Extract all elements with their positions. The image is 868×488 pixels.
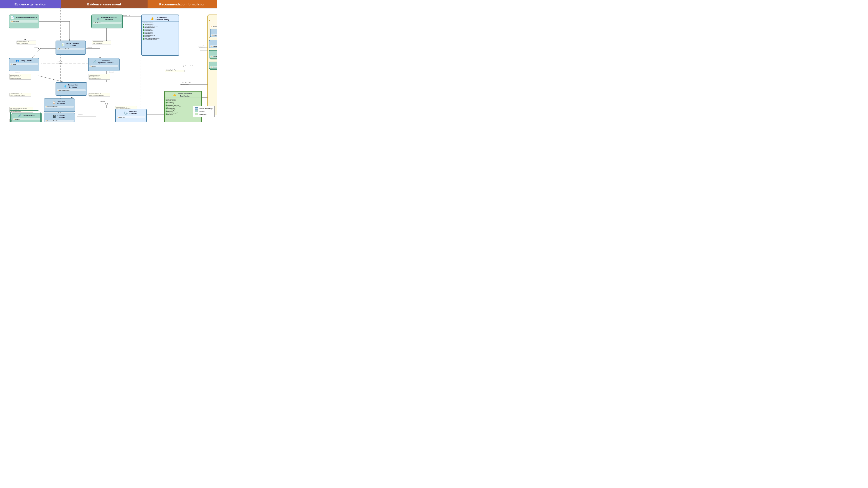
synthesis-cohorts-title: EvidenceSynthesis Cohorts <box>97 59 114 64</box>
rec-citation-wrapper: 🔗 RecommendationCitation 🏷️ Citation <box>209 50 217 59</box>
svg-text:intended: intended <box>34 46 38 48</box>
guideline-citation-box: 🔗 Guideline Citation 🏷️ Citation <box>209 62 217 69</box>
svg-text:observed: observed <box>16 71 21 73</box>
header-evidence-assessment: Evidence assessment <box>61 0 148 8</box>
legend-medical-label: Medical relationships <box>199 108 213 109</box>
legend-justification: Justification <box>195 113 213 115</box>
synthesis-cohorts-box: 🔗 EvidenceSynthesis Cohorts 🏷️ Group <box>88 58 120 71</box>
ann-var-def-exp1: variableDefinition 0..*[role = #exposure… <box>9 74 31 79</box>
svg-text:observed: observed <box>109 71 114 73</box>
chart-icon: 📊 <box>61 43 65 46</box>
study-outcome-title: Study Outcome Evidence <box>15 16 37 19</box>
tag-icon: 🏷️ <box>11 21 13 22</box>
ann-var-def-pop2: variableDefinition 1..1[role = #populati… <box>92 40 111 44</box>
legend-metadata-label: Metadata <box>199 110 205 112</box>
header-evidence-generation: Evidence generation <box>0 0 61 8</box>
legend-justification-label: Justification <box>199 113 207 115</box>
legend-justification-box <box>195 113 198 115</box>
intervention-title: InterventionDefinition <box>67 84 79 89</box>
svg-text:intended: intended <box>87 46 92 48</box>
synthesis-icon: 🔬 <box>96 17 100 20</box>
guideline-citation-wrapper: 🔗 Guideline Citation 🏷️ Citation <box>209 62 217 69</box>
cpg-title: CPG-on-FHIR <box>209 16 217 19</box>
svg-text:member 0..*: member 0..* <box>57 61 63 62</box>
legend-metadata-box <box>195 110 198 112</box>
diagram-area: artifactReference 1..1 intended intended… <box>0 8 217 122</box>
legend-medical-box <box>195 107 198 109</box>
net-effect-box: ⚖️ Net EffectEstimate 🏷️ Evidence <box>115 109 147 122</box>
outcome-def-box: 📋 OutcomeDefinition 🏷️ EvidenceVariable <box>43 98 75 112</box>
cpg-container: CPG-on-FHIR 📐 RecommendationPlan 🏷️ Plan… <box>208 14 217 116</box>
outcome-def-title: OutcomeDefinition <box>56 100 66 105</box>
rec-citation-box: 🔗 RecommendationCitation 🏷️ Citation <box>209 50 217 59</box>
study-outcome-evidence-box: 📄 Study Outcome Evidence 🏷️ Evidence <box>9 14 39 28</box>
evidence-dataset-title: EvidenceData Set <box>57 114 66 119</box>
certainty-title: Certainty ofEvidence Rating <box>155 16 170 21</box>
svg-text:intended: intended <box>100 101 104 102</box>
document-icon: 📄 <box>10 16 14 19</box>
study-cohort-title: Study Cohort <box>20 59 33 62</box>
header-gen-label: Evidence generation <box>14 2 46 6</box>
study-cohort-box: 👥 Study Cohort 🏷️ Group <box>9 58 39 71</box>
study-eligibility-box: 📊 Study EligibilityCriteria 🏷️ EvidenceV… <box>56 40 86 55</box>
svg-text:relatedArtifact 0..1: relatedArtifact 0..1 <box>181 82 191 84</box>
svg-text:type=#citation: type=#citation <box>181 84 189 85</box>
synthesis-cohorts-tag: Group <box>92 65 96 67</box>
intervention-def-box: 💧 InterventionDefinition 🏷️ EvidenceVari… <box>56 82 87 96</box>
study-eligibility-tag: 🏷️ EvidenceVariable <box>57 48 85 50</box>
certainty-box: 👍 Certainty ofEvidence Rating ArtifactAs… <box>141 14 179 56</box>
evidence-dataset-box: 🗄️ EvidenceData Set 🏷️ EvidenceVariable <box>43 112 75 122</box>
certainty-list: certaintyOfEvidence 0..1 clinicalImporta… <box>142 25 179 41</box>
rec-action-box: ⚙️ RecommendationAction 🏷️ ActivityDefin… <box>210 29 217 37</box>
svg-text:action 1..*: action 1..* <box>198 45 204 46</box>
header-assess-label: Evidence assessment <box>87 2 121 6</box>
svg-line-21 <box>38 76 66 83</box>
outcome-synthesis-tag: 🏷️ Evidence <box>93 22 122 24</box>
study-outcome-tag: Evidence <box>13 21 19 22</box>
study-cohort-tag: Group <box>13 64 17 65</box>
outcome-synthesis-box: 🔬 Outcome EvidenceSynthesis 🏷️ Evidence <box>91 14 123 28</box>
svg-text:observed: observed <box>78 114 83 116</box>
justification-title: RecommendationJustification <box>177 92 193 97</box>
certainty-type: ArtifactAssessment <box>142 22 179 24</box>
ann-var-def-measured2: variableDefinition 1..1[role = #measured… <box>89 93 110 97</box>
svg-line-11 <box>32 48 40 58</box>
legend-medical: Medical relationships <box>195 107 213 109</box>
svg-marker-25 <box>105 103 108 105</box>
legend: Medical relationships Metadata Justifica… <box>193 106 215 117</box>
ann-var-def-exp2: variableDefinition 0..*[role = #exposure… <box>89 74 110 79</box>
net-effect-title: Net EffectEstimate <box>128 110 138 115</box>
outcome-synthesis-title: Outcome EvidenceSynthesis <box>100 16 118 21</box>
svg-text:subjectCanonical 1..1: subjectCanonical 1..1 <box>181 65 193 67</box>
rec-eligibility-box: 👥 RecommendationEligibility Criteria 🏷️ … <box>209 40 217 48</box>
study-eligibility-title: Study EligibilityCriteria <box>65 42 80 47</box>
ann-var-def-pop1: variableDefinition 1..1[role = #populati… <box>17 40 36 44</box>
header-rec-label: Recommendation formulation <box>159 2 206 6</box>
svg-text:.entity: .entity <box>58 63 62 64</box>
rec-plan-outer: 📐 RecommendationPlan 🏷️ PlanDefinition ⚙… <box>209 20 217 38</box>
ann-related-artifact-11: relatedArtifact 1..1 <box>165 70 185 72</box>
legend-metadata: Metadata <box>195 110 213 112</box>
header-recommendation-formulation: Recommendation formulation <box>148 0 217 8</box>
ann-var-def-measured1: variableDefinition 1..1[role = #measured… <box>9 93 31 97</box>
svg-marker-10 <box>38 48 40 49</box>
